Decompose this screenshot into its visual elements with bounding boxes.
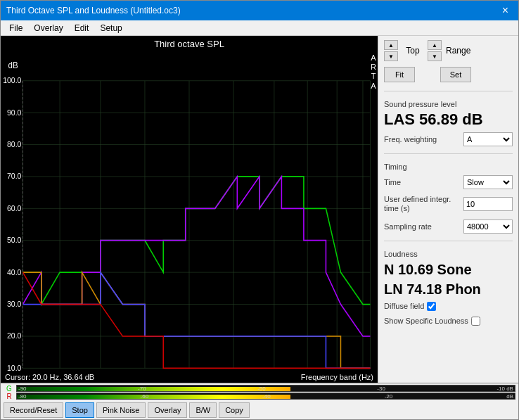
title-bar: Third Octave SPL and Loudness (Untitled.… (1, 1, 518, 20)
range-down-button[interactable]: ▼ (428, 51, 442, 61)
right-panel: ▲ ▼ Top ▲ ▼ Range Fit Set Sound pressure… (378, 36, 518, 383)
menu-file[interactable]: File (4, 22, 28, 34)
nav-buttons: ▲ ▼ Top ▲ ▼ Range (384, 40, 513, 61)
loudness-section-label: Loudness (384, 250, 513, 258)
freq-weighting-row: Freq. weighting A B C Z (384, 132, 513, 146)
pink-noise-button[interactable]: Pink Noise (96, 402, 146, 418)
n-loudness-value: N 10.69 Sone (384, 261, 513, 278)
svg-text:60.0: 60.0 (7, 203, 21, 212)
g-meter-track: -90 -70 -50 -30 -10 dB (16, 385, 515, 392)
specific-loudness-label: Show Specific Loudness (384, 317, 468, 325)
window-title: Third Octave SPL and Loudness (Untitled.… (6, 6, 181, 15)
fit-set-buttons: Fit Set (384, 67, 513, 82)
set-button[interactable]: Set (440, 67, 471, 82)
record-reset-button[interactable]: Record/Reset (4, 402, 63, 418)
spl-value: LAS 56.89 dB (384, 111, 513, 128)
svg-text:90.0: 90.0 (7, 108, 21, 117)
specific-loudness-checkbox[interactable] (471, 317, 480, 326)
top-label: Top (402, 46, 423, 56)
svg-text:50.0: 50.0 (7, 236, 21, 245)
main-content: Third octave SPL ARTA (1, 36, 518, 383)
overlay-button[interactable]: Overlay (148, 402, 187, 418)
divider-2 (384, 153, 513, 154)
sampling-rate-row: Sampling rate 48000 44100 (384, 219, 513, 234)
svg-text:40.0: 40.0 (7, 267, 21, 276)
time-label: Time (384, 178, 401, 186)
svg-text:100.0: 100.0 (3, 76, 21, 85)
specific-loudness-row: Show Specific Loudness (384, 317, 513, 326)
chart-svg: 100.0 90.0 80.0 70.0 60.0 50.0 40.0 30.0… (1, 52, 378, 371)
svg-text:80.0: 80.0 (7, 140, 21, 149)
chart-area: Third octave SPL ARTA (1, 36, 378, 383)
svg-text:30.0: 30.0 (7, 300, 21, 309)
chart-title: Third octave SPL (1, 36, 378, 52)
bw-button[interactable]: B/W (189, 402, 217, 418)
svg-text:20.0: 20.0 (7, 331, 21, 341)
sampling-rate-select[interactable]: 48000 44100 (463, 219, 513, 234)
svg-text:70.0: 70.0 (7, 172, 21, 181)
r-meter-track: -80 -60 -40 -20 dB (16, 393, 515, 400)
sampling-rate-label: Sampling rate (384, 222, 432, 231)
arta-label: ARTA (371, 53, 376, 91)
divider-1 (384, 91, 513, 91)
freq-weighting-select[interactable]: A B C Z (463, 132, 513, 146)
main-window: Third Octave SPL and Loudness (Untitled.… (0, 0, 519, 420)
menu-setup[interactable]: Setup (94, 22, 127, 34)
bottom-buttons: Record/Reset Stop Pink Noise Overlay B/W… (1, 401, 518, 419)
chart-container: ARTA (1, 52, 378, 371)
spl-section-label: Sound pressure level (384, 100, 513, 108)
diffuse-field-label: Diffuse field (384, 302, 424, 310)
range-up-button[interactable]: ▲ (428, 40, 442, 50)
top-up-button[interactable]: ▲ (384, 40, 398, 50)
cursor-text: Cursor: 20.0 Hz, 36.64 dB (5, 373, 94, 381)
svg-text:dB: dB (8, 61, 18, 71)
user-integr-row: User defined integr. time (s) (384, 195, 513, 213)
user-integr-input[interactable] (463, 197, 513, 211)
r-label: R (4, 393, 15, 400)
ln-loudness-value: LN 74.18 Phon (384, 281, 513, 298)
time-row: Time Slow Fast (384, 175, 513, 189)
menu-overlay[interactable]: Overlay (28, 22, 68, 34)
range-label: Range (446, 46, 470, 56)
g-meter-row: G -90 -70 -50 -30 -10 dB (4, 385, 515, 392)
menu-bar: File Overlay Edit Setup (1, 20, 518, 36)
copy-button[interactable]: Copy (219, 402, 250, 418)
fit-button[interactable]: Fit (384, 67, 415, 82)
close-button[interactable]: × (498, 3, 513, 18)
r-meter-row: R -80 -60 -40 -20 dB (4, 393, 515, 400)
stop-button[interactable]: Stop (65, 402, 94, 418)
divider-3 (384, 241, 513, 241)
level-meters: G -90 -70 -50 -30 -10 dB R - (1, 383, 518, 401)
top-nav-group: ▲ ▼ (384, 40, 398, 61)
freq-band-label: Frequency band (Hz) (301, 373, 373, 381)
bottom-section: G -90 -70 -50 -30 -10 dB R - (1, 383, 518, 419)
top-down-button[interactable]: ▼ (384, 51, 398, 61)
range-nav-group: ▲ ▼ (428, 40, 442, 61)
timing-section-label: Timing (384, 163, 513, 171)
diffuse-field-row: Diffuse field (384, 302, 513, 311)
freq-weighting-label: Freq. weighting (384, 135, 437, 144)
g-label: G (4, 385, 15, 393)
svg-text:10.0: 10.0 (7, 363, 21, 371)
user-integr-label: User defined integr. time (s) (384, 195, 454, 213)
time-select[interactable]: Slow Fast (463, 175, 513, 189)
diffuse-field-checkbox[interactable] (427, 302, 436, 311)
menu-edit[interactable]: Edit (69, 22, 95, 34)
